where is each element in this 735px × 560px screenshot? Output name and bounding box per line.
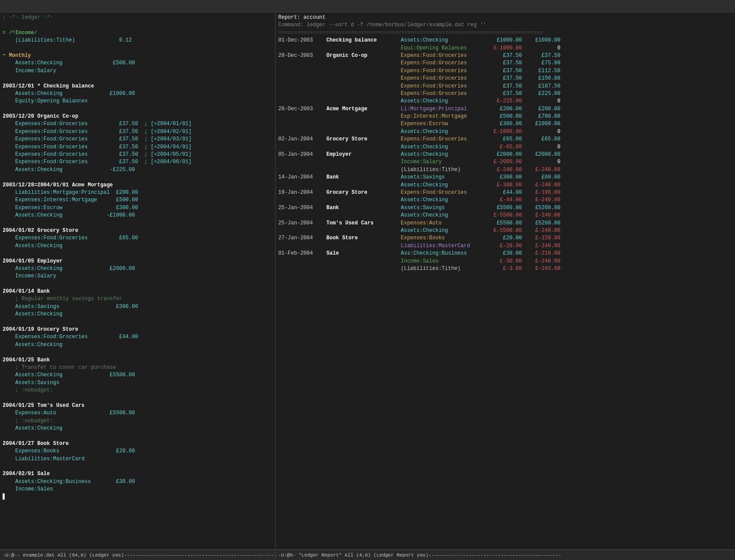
report-row-13: 02-Jan-2004Grocery StoreExpens:Food:Groc… [278, 136, 732, 143]
left-line-53: ; :nobudget: [3, 417, 273, 425]
left-line-4 [3, 45, 273, 52]
entry-account-21: Assets:Checking [401, 196, 486, 204]
report-row-11: Expenses:Escrow£300.00£1000.00 [278, 120, 732, 128]
entry-desc-1 [326, 45, 401, 52]
entry-amount-25: £-5500.00 [486, 227, 525, 234]
entry-account-1: Equi:Opening Balances [401, 45, 486, 52]
entry-account-12: Assets:Checking [401, 128, 486, 136]
entry-date-7 [278, 90, 326, 98]
entry-running-9: £200.00 [525, 105, 560, 113]
entry-account-24: Expenses:Auto [401, 220, 486, 227]
entry-running-4: £112.50 [525, 67, 560, 75]
entry-desc-30 [326, 265, 401, 273]
entry-running-25: £-240.00 [525, 227, 560, 234]
entry-desc-8 [326, 98, 401, 105]
entry-amount-9: £200.00 [486, 105, 525, 113]
report-row-1: Equi:Opening Balances£-1000.000 [278, 45, 732, 52]
report-row-12: Assets:Checking£-1000.000 [278, 128, 732, 136]
entry-date-3 [278, 60, 326, 67]
entry-date-22: 25-Jan-2004 [278, 204, 326, 212]
report-row-17: (Liabilities:Tithe)£-240.00£-240.00 [278, 166, 732, 174]
right-report-pane[interactable]: Report: accountCommand: ledger --sort d … [276, 12, 735, 550]
report-row-3: Expens:Food:Groceries£37.50£75.00 [278, 60, 732, 67]
entry-amount-10: £500.00 [486, 113, 525, 120]
entry-account-28: Ass:Checking:Business [401, 250, 486, 257]
entry-desc-2: Organic Co-op [326, 52, 401, 60]
entry-desc-23 [326, 212, 401, 219]
left-line-40 [3, 318, 273, 326]
left-line-0: ; -*- ledger -*- [3, 14, 273, 21]
left-line-41: 2004/01/19 Grocery Store [3, 326, 273, 333]
entry-account-19: Assets:Checking [401, 182, 486, 189]
left-line-35 [3, 280, 273, 288]
report-header-1: Report: account [278, 14, 732, 21]
report-row-24: 25-Jan-2004Tom's Used CarsExpenses:Auto£… [278, 220, 732, 227]
entry-running-8: 0 [525, 98, 560, 105]
report-row-15: 05-Jan-2004EmployerAssets:Checking£2000.… [278, 151, 732, 158]
left-line-38: Assets:Savings £300.00 [3, 303, 273, 311]
entry-desc-21 [326, 196, 401, 204]
entry-desc-28: Sale [326, 250, 401, 257]
entry-date-5 [278, 75, 326, 82]
left-editor-pane[interactable]: ; -*- ledger -*- = /^Income/ (Liabilitie… [0, 12, 276, 550]
entry-amount-5: £37.50 [486, 75, 525, 82]
left-line-61: Assets:Checking:Business £30.00 [3, 478, 273, 486]
entry-running-22: £5260.00 [525, 204, 560, 212]
left-line-52: Expenses:Auto £5500.00 [3, 410, 273, 417]
entry-running-19: £-240.00 [525, 182, 560, 189]
entry-account-4: Expens:Food:Groceries [401, 67, 486, 75]
entry-desc-25 [326, 227, 401, 234]
left-line-36: 2004/01/14 Bank [3, 288, 273, 295]
left-line-31 [3, 250, 273, 257]
entry-account-9: Li:Mortgage:Principal [401, 105, 486, 113]
entry-running-11: £1000.00 [525, 120, 560, 128]
entry-running-16: 0 [525, 158, 560, 166]
entry-date-12 [278, 128, 326, 136]
entry-account-17: (Liabilities:Tithe) [401, 166, 486, 174]
entry-desc-20: Grocery Store [326, 189, 401, 196]
report-row-21: Assets:Checking£-44.00£-240.00 [278, 196, 732, 204]
entry-account-3: Expens:Food:Groceries [401, 60, 486, 67]
left-line-51: 2004/01/25 Tom's Used Cars [3, 402, 273, 410]
entry-desc-22: Bank [326, 204, 401, 212]
left-line-59 [3, 463, 273, 470]
report-row-22: 25-Jan-2004BankAssets:Savings£5500.00£52… [278, 204, 732, 212]
entry-amount-27: £-20.00 [486, 242, 525, 250]
report-row-2: 20-Dec-2003Organic Co-opExpens:Food:Groc… [278, 52, 732, 60]
report-row-7: Expens:Food:Groceries£37.50£225.00 [278, 90, 732, 98]
entry-date-24: 25-Jan-2004 [278, 220, 326, 227]
report-separator: ========================================… [278, 29, 732, 37]
entry-desc-9: Acme Mortgage [326, 105, 401, 113]
report-row-16: Income:Salary£-2000.000 [278, 158, 732, 166]
entry-account-6: Expens:Food:Groceries [401, 83, 486, 90]
entry-amount-20: £44.00 [486, 189, 525, 196]
report-row-30: (Liabilities:Tithe)£-3.60£-243.60 [278, 265, 732, 273]
left-line-34: Income:Salary [3, 273, 273, 280]
left-line-9: 2003/12/01 * Checking balance [3, 83, 273, 90]
status-bar: -U:@-- example.dat All (64,0) (Ledger ya… [0, 550, 735, 560]
left-line-17: Expenses:Food:Groceries £37.50 ; [=2004/… [3, 144, 273, 151]
entry-date-8 [278, 98, 326, 105]
entry-account-7: Expens:Food:Groceries [401, 90, 486, 98]
left-line-26: Assets:Checking -£1000.00 [3, 212, 273, 219]
entry-running-18: £60.00 [525, 174, 560, 181]
entry-amount-24: £5500.00 [486, 220, 525, 227]
report-row-20: 19-Jan-2004Grocery StoreExpens:Food:Groc… [278, 189, 732, 196]
report-row-9: 28-Dec-2003Acme MortgageLi:Mortgage:Prin… [278, 105, 732, 113]
entry-running-13: £65.00 [525, 136, 560, 143]
entry-date-20: 19-Jan-2004 [278, 189, 326, 196]
left-line-43: Assets:Checking [3, 341, 273, 349]
report-row-0: 01-Dec-2003Checking balanceAssets:Checki… [278, 37, 732, 44]
entry-amount-19: £-300.00 [486, 182, 525, 189]
report-row-19: Assets:Checking£-300.00£-240.00 [278, 182, 732, 189]
report-row-5: Expens:Food:Groceries£37.50£150.00 [278, 75, 732, 82]
report-row-8: Assets:Checking£-225.000 [278, 98, 732, 105]
entry-date-21 [278, 196, 326, 204]
left-line-62: Income:Sales [3, 486, 273, 493]
left-line-5: ~ Monthly [3, 52, 273, 60]
left-line-14: Expenses:Food:Groceries £37.50 ; [=2004/… [3, 120, 273, 128]
entry-amount-16: £-2000.00 [486, 158, 525, 166]
entry-amount-18: £300.00 [486, 174, 525, 181]
entry-desc-27 [326, 242, 401, 250]
entry-running-3: £75.00 [525, 60, 560, 67]
